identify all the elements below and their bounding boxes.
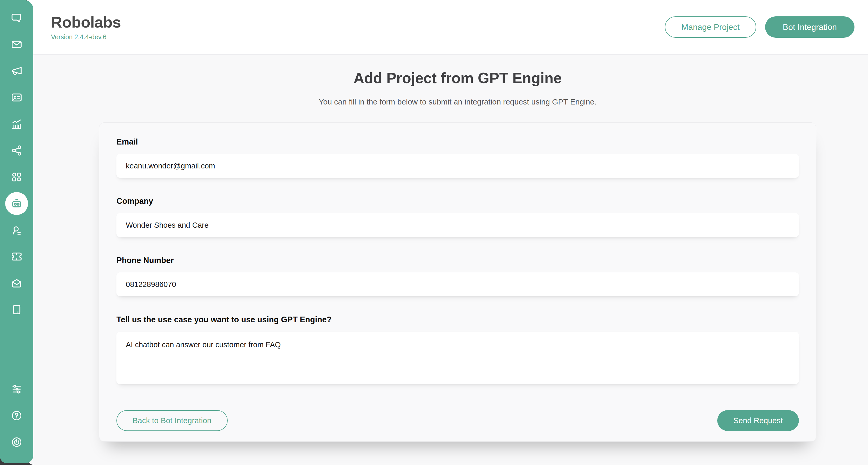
sidebar-item-apps[interactable] (0, 164, 33, 190)
phone-label: Phone Number (117, 256, 799, 265)
back-to-bot-integration-button[interactable]: Back to Bot Integration (117, 410, 228, 431)
sidebar-item-mail[interactable] (0, 31, 33, 58)
back-button-label: Back to Bot Integration (132, 416, 212, 425)
sidebar-item-logout[interactable] (0, 429, 33, 455)
send-request-button[interactable]: Send Request (717, 410, 799, 431)
sidebar-item-campaigns[interactable] (0, 58, 33, 84)
company-field-group: Company (117, 196, 799, 237)
share-icon (11, 145, 23, 156)
manage-project-label: Manage Project (681, 22, 740, 32)
app-version: Version 2.4.4-dev.6 (51, 33, 121, 41)
phone-field-group: Phone Number (117, 256, 799, 296)
sidebar-item-chat[interactable] (0, 5, 33, 31)
inbox-icon (11, 277, 23, 289)
sidebar-item-tickets[interactable] (0, 243, 33, 270)
sidebar-item-analytics[interactable] (0, 111, 33, 137)
brand: Robolabs Version 2.4.4-dev.6 (51, 14, 121, 41)
main-area: Add Project from GPT Engine You can fill… (27, 55, 868, 465)
header-actions: Manage Project Bot Integration (665, 17, 855, 38)
sidebar-item-settings[interactable] (0, 376, 33, 402)
active-item-highlight (5, 192, 28, 215)
integration-form-card: Email Company Phone Number Tell us the u… (99, 122, 816, 442)
sidebar-item-inbox[interactable] (0, 270, 33, 296)
megaphone-icon (11, 65, 23, 77)
page-title: Add Project from GPT Engine (99, 69, 816, 87)
help-icon (11, 410, 23, 422)
mail-icon (11, 38, 23, 51)
device-icon (11, 304, 23, 315)
sidebar-item-bot-integration[interactable] (0, 190, 33, 217)
sidebar-item-contacts[interactable] (0, 84, 33, 111)
email-field-group: Email (117, 137, 799, 178)
ticket-icon (11, 251, 23, 262)
apps-icon (11, 171, 23, 183)
app-title: Robolabs (51, 14, 121, 31)
sliders-icon (11, 383, 23, 395)
sidebar-item-help[interactable] (0, 402, 33, 429)
sidebar-item-users[interactable] (0, 217, 33, 243)
form-actions: Back to Bot Integration Send Request (117, 410, 799, 431)
email-input[interactable] (117, 154, 799, 178)
bot-integration-label: Bot Integration (783, 22, 837, 32)
phone-input[interactable] (117, 272, 799, 296)
sidebar-item-integrations[interactable] (0, 137, 33, 164)
sidebar-item-mobile[interactable] (0, 296, 33, 323)
manage-project-button[interactable]: Manage Project (665, 17, 756, 38)
app-header: Robolabs Version 2.4.4-dev.6 Manage Proj… (27, 0, 868, 55)
use-case-textarea[interactable]: AI chatbot can answer our customer from … (117, 332, 799, 384)
page-subtitle: You can fill in the form below to submit… (99, 97, 816, 106)
use-case-label: Tell us the use case you want to use usi… (117, 315, 799, 324)
analytics-icon (11, 118, 23, 130)
send-request-label: Send Request (733, 416, 783, 425)
chat-icon (11, 12, 23, 24)
user-icon (11, 224, 23, 236)
company-label: Company (117, 196, 799, 206)
email-label: Email (117, 137, 799, 147)
company-input[interactable] (117, 213, 799, 237)
sidebar (0, 0, 33, 463)
app-surface: Robolabs Version 2.4.4-dev.6 Manage Proj… (27, 0, 868, 465)
power-icon (11, 436, 23, 448)
bot-integration-button[interactable]: Bot Integration (765, 17, 855, 38)
robot-icon (10, 197, 23, 210)
use-case-field-group: Tell us the use case you want to use usi… (117, 315, 799, 385)
id-card-icon (11, 92, 23, 103)
